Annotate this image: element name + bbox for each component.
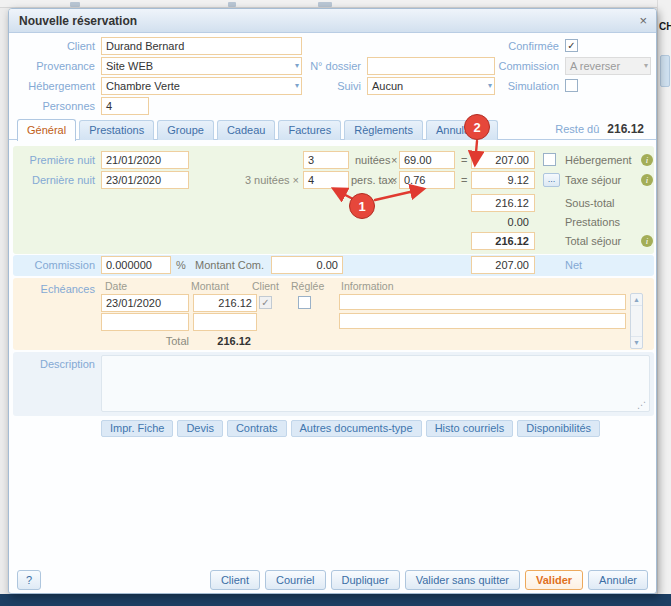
- background-toolbar-fragment: [70, 2, 80, 7]
- pers-tax-label: pers. tax.: [351, 171, 396, 189]
- info-icon[interactable]: i: [641, 174, 653, 186]
- tab-factures[interactable]: Factures: [278, 120, 341, 140]
- col-header-information: Information: [341, 280, 394, 293]
- confirmee-label: Confirmée: [474, 37, 559, 55]
- echeance-information-input[interactable]: [339, 294, 626, 310]
- personnes-label: Personnes: [9, 97, 95, 115]
- autres-documents-button[interactable]: Autres documents-type: [291, 420, 422, 437]
- commission-taux-input[interactable]: 0.000000: [101, 256, 171, 274]
- tab-annulation[interactable]: Annulation: [426, 120, 498, 140]
- scroll-down-icon[interactable]: ▼: [631, 336, 642, 348]
- hebergement-value: Chambre Verte: [106, 80, 180, 92]
- pers-tax-count-input[interactable]: 4: [303, 171, 349, 189]
- commission-mode-value: A reverser: [570, 60, 620, 72]
- nuitees-count-input[interactable]: 3: [303, 151, 349, 169]
- help-button[interactable]: ?: [17, 570, 41, 590]
- client-button[interactable]: Client: [210, 570, 260, 590]
- suivi-value: Aucun: [372, 80, 403, 92]
- taxe-total-value: 9.12: [471, 171, 535, 189]
- close-icon[interactable]: ×: [639, 9, 647, 32]
- multiply-sign: ×: [391, 171, 397, 189]
- taxe-more-button[interactable]: ...: [543, 173, 560, 187]
- dialog-title: Nouvelle réservation: [19, 9, 137, 33]
- background-scrollbar-thumb[interactable]: [660, 55, 670, 87]
- hebergement-line-label: Hébergement: [565, 151, 632, 169]
- annuler-button[interactable]: Annuler: [588, 570, 648, 590]
- percent-sign: %: [176, 256, 186, 274]
- client-input[interactable]: Durand Bernard: [101, 37, 302, 55]
- background-window-right-edge: CH: [657, 0, 671, 594]
- hebergement-select[interactable]: Chambre Verte ▾: [101, 77, 302, 95]
- screen: CH Nouvelle réservation × Client Durand …: [0, 0, 671, 606]
- disponibilites-button[interactable]: Disponibilités: [517, 420, 600, 437]
- background-toolbar-fragment: [318, 2, 332, 7]
- echeances-total-label: Total: [109, 332, 189, 350]
- hebergement-label: Hébergement: [9, 77, 95, 95]
- dialog-titlebar[interactable]: Nouvelle réservation ×: [9, 9, 656, 33]
- background-window-top-edge: [0, 0, 671, 8]
- description-label: Description: [9, 355, 95, 373]
- hebergement-total-value: 207.00: [471, 151, 535, 169]
- montant-com-input[interactable]: 0.00: [271, 256, 343, 274]
- col-header-montant: Montant: [191, 280, 229, 293]
- prestations-label: Prestations: [565, 213, 620, 231]
- chevron-down-icon: ▾: [644, 59, 648, 73]
- taxe-unit-input[interactable]: 0.76: [399, 171, 455, 189]
- total-sejour-label: Total séjour: [565, 232, 621, 250]
- valider-sans-quitter-button[interactable]: Valider sans quitter: [405, 570, 520, 590]
- histo-courriels-button[interactable]: Histo courriels: [426, 420, 514, 437]
- dupliquer-button[interactable]: Dupliquer: [331, 570, 400, 590]
- contrats-button[interactable]: Contrats: [227, 420, 287, 437]
- taxe-sejour-label: Taxe séjour: [565, 171, 621, 189]
- tab-cadeau[interactable]: Cadeau: [217, 120, 276, 140]
- confirmee-checkbox[interactable]: ✓: [565, 39, 578, 52]
- echeance-montant-input[interactable]: 216.12: [193, 294, 257, 312]
- simulation-checkbox[interactable]: [565, 79, 578, 92]
- provenance-value: Site WEB: [106, 60, 153, 72]
- montant-com-label: Montant Com.: [195, 256, 264, 274]
- echeance-date-input[interactable]: 23/01/2020: [101, 294, 189, 312]
- reste-du-label: Reste dû: [555, 123, 599, 135]
- tab-bar: Général Prestations Groupe Cadeau Factur…: [17, 119, 498, 140]
- echeance-date-input[interactable]: [101, 313, 189, 331]
- info-icon[interactable]: i: [641, 235, 653, 247]
- resize-grip-icon[interactable]: ⋰: [637, 401, 655, 593]
- hebergement-checkbox[interactable]: [543, 153, 556, 166]
- dossier-label: N° dossier: [299, 57, 361, 75]
- impr-fiche-button[interactable]: Impr. Fiche: [101, 420, 173, 437]
- equals-sign: =: [461, 171, 467, 189]
- commission-mode-label: Commission: [474, 57, 559, 75]
- reste-du-value: 216.12: [607, 122, 644, 136]
- nuitees-prefix: 3 nuitées ×: [189, 171, 299, 189]
- reste-du: Reste dû 216.12: [555, 122, 644, 136]
- background-toolbar-fragment: [228, 2, 236, 7]
- echeance-information-input[interactable]: [339, 313, 626, 329]
- suivi-label: Suivi: [299, 77, 361, 95]
- tab-groupe[interactable]: Groupe: [157, 120, 214, 140]
- description-textarea[interactable]: [101, 355, 650, 412]
- provenance-select[interactable]: Site WEB ▾: [101, 57, 302, 75]
- valider-button[interactable]: Valider: [525, 570, 583, 590]
- echeance-reglee-checkbox[interactable]: [298, 296, 311, 309]
- tab-general[interactable]: Général: [17, 119, 76, 141]
- echeance-montant-input[interactable]: [193, 313, 257, 331]
- sous-total-value: 216.12: [471, 194, 535, 212]
- col-header-reglee: Réglée: [291, 280, 324, 293]
- personnes-input[interactable]: 4: [101, 97, 149, 115]
- prix-nuit-input[interactable]: 69.00: [399, 151, 455, 169]
- premiere-nuit-input[interactable]: 21/01/2020: [101, 151, 189, 169]
- scroll-up-icon[interactable]: ▲: [631, 294, 642, 306]
- echeances-label: Echéances: [9, 280, 95, 298]
- echeances-scrollbar[interactable]: ▲ ▼: [630, 293, 643, 349]
- multiply-sign: ×: [391, 151, 397, 169]
- derniere-nuit-input[interactable]: 23/01/2020: [101, 171, 189, 189]
- commission-mode-select: A reverser ▾: [565, 57, 651, 75]
- tab-prestations[interactable]: Prestations: [79, 120, 154, 140]
- reservation-dialog: Nouvelle réservation × Client Durand Ber…: [8, 8, 657, 594]
- equals-sign: =: [461, 151, 467, 169]
- prestations-value: 0.00: [471, 213, 535, 231]
- devis-button[interactable]: Devis: [177, 420, 223, 437]
- courriel-button[interactable]: Courriel: [265, 570, 326, 590]
- tab-reglements[interactable]: Règlements: [344, 120, 423, 140]
- info-icon[interactable]: i: [641, 154, 653, 166]
